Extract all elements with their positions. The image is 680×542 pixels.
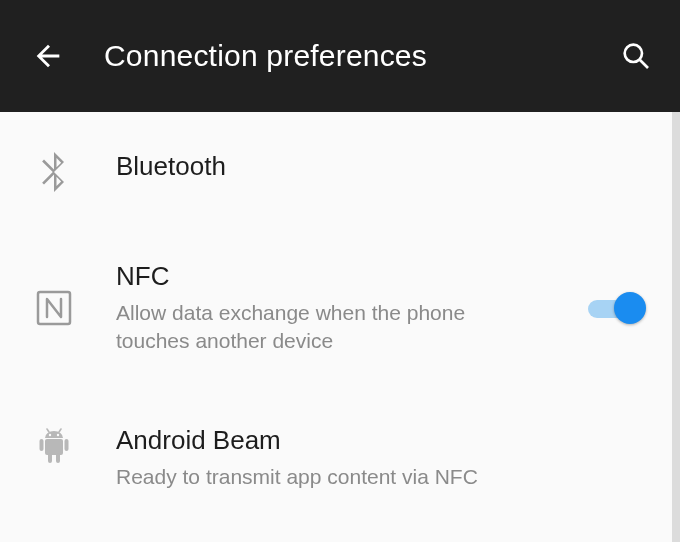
svg-rect-6 [40, 439, 44, 451]
svg-point-4 [57, 434, 59, 436]
nfc-toggle[interactable] [588, 290, 644, 326]
android-beam-label: Android Beam [116, 424, 644, 457]
app-bar: Connection preferences [0, 0, 680, 112]
svg-rect-9 [56, 453, 60, 463]
nfc-label: NFC [116, 260, 574, 293]
nfc-text: NFC Allow data exchange when the phone t… [116, 260, 574, 356]
svg-line-1 [640, 60, 648, 68]
android-icon-wrap [30, 426, 78, 466]
toggle-thumb [614, 292, 646, 324]
svg-rect-7 [65, 439, 69, 451]
back-button[interactable] [28, 36, 68, 76]
nfc-row[interactable]: NFC Allow data exchange when the phone t… [0, 232, 672, 396]
settings-list: Bluetooth NFC Allow data exchange when t… [0, 112, 680, 542]
svg-rect-8 [48, 453, 52, 463]
android-beam-text: Android Beam Ready to transmit app conte… [116, 424, 644, 491]
nfc-description: Allow data exchange when the phone touch… [116, 299, 536, 357]
android-beam-description: Ready to transmit app content via NFC [116, 463, 536, 492]
nfc-icon [36, 290, 72, 326]
connection-preferences-screen: Connection preferences Bluetooth [0, 0, 680, 542]
android-icon [37, 426, 71, 466]
bluetooth-icon [39, 152, 69, 192]
page-title: Connection preferences [104, 39, 616, 73]
svg-rect-5 [45, 439, 63, 455]
bluetooth-text: Bluetooth [116, 150, 644, 183]
search-button[interactable] [616, 36, 656, 76]
bluetooth-label: Bluetooth [116, 150, 644, 183]
search-icon [620, 40, 652, 72]
svg-point-3 [49, 434, 51, 436]
nfc-icon-wrap [30, 290, 78, 326]
android-beam-row[interactable]: Android Beam Ready to transmit app conte… [0, 396, 672, 531]
nfc-switch-wrap [574, 290, 644, 326]
bluetooth-icon-wrap [30, 152, 78, 192]
bluetooth-row[interactable]: Bluetooth [0, 112, 672, 232]
svg-point-0 [625, 45, 642, 62]
back-arrow-icon [31, 39, 65, 73]
